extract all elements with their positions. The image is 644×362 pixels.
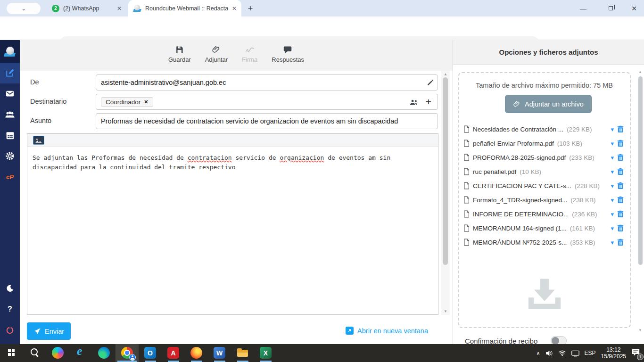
attachment-name[interactable]: peñafiel-Enviar Proforma.pdf (473, 140, 554, 147)
taskbar-app-copilot[interactable] (46, 344, 69, 362)
taskbar-app-word[interactable] (208, 344, 231, 362)
responses-button[interactable]: Respuestas (272, 45, 304, 71)
delete-attachment-icon[interactable] (617, 182, 624, 189)
pdf-file-icon (463, 168, 470, 175)
scroll-down-icon[interactable]: ▼ (636, 328, 644, 332)
taskbar-app-firefox[interactable] (185, 344, 208, 362)
attachment-menu-caret-icon[interactable]: ▾ (611, 225, 614, 232)
attach-file-button[interactable]: Adjuntar un archivo (505, 95, 592, 113)
attachment-menu-caret-icon[interactable]: ▾ (611, 168, 614, 175)
taskbar-app-search[interactable] (23, 344, 46, 362)
window-minimize-button[interactable]: — (572, 0, 594, 16)
compose-scrollbar[interactable]: ▲ ▼ (441, 71, 450, 315)
signature-label: Firma (242, 56, 257, 63)
attachment-name[interactable]: ruc penafiel.pdf (473, 168, 516, 175)
taskbar-app-edge[interactable] (92, 344, 116, 362)
sidebar-item-mail[interactable] (0, 83, 20, 104)
attachment-name[interactable]: CERTIFICACION PAC Y CATE-s... (473, 182, 571, 189)
attachment-name[interactable]: INFORME DE DETERMINACIO... (473, 211, 569, 218)
sidebar-item-contacts[interactable] (0, 104, 20, 125)
add-recipient-button[interactable]: + (421, 94, 436, 110)
attachment-item: ruc penafiel.pdf(10 KB)▾ (463, 165, 624, 179)
sidebar-item-help[interactable]: ? (0, 299, 20, 320)
attachment-name[interactable]: MEMORÁNDUM Nº752-2025-s... (473, 239, 567, 246)
message-body-input[interactable]: Se adjuntan las Proformas de necesidad d… (27, 147, 433, 178)
new-tab-button[interactable]: + (244, 2, 256, 15)
attachment-name[interactable]: PROFORMA 28-2025-signed.pdf (473, 154, 566, 161)
address-book-button[interactable] (406, 94, 421, 110)
attachment-name[interactable]: MEMORANDUM 164-signed (1... (473, 225, 567, 232)
delete-attachment-icon[interactable] (617, 210, 624, 218)
delete-attachment-icon[interactable] (617, 168, 624, 175)
insert-image-button[interactable] (33, 136, 44, 145)
image-icon (35, 138, 42, 143)
attachment-menu-caret-icon[interactable]: ▾ (611, 140, 614, 147)
scroll-up-icon[interactable]: ▲ (441, 72, 450, 76)
delete-attachment-icon[interactable] (617, 224, 624, 232)
sidebar-item-calendar[interactable] (0, 125, 20, 146)
save-button[interactable]: Guardar (168, 45, 191, 71)
delete-attachment-icon[interactable] (617, 239, 624, 246)
close-tab-icon[interactable]: ✕ (117, 5, 122, 12)
delete-attachment-icon[interactable] (617, 154, 624, 161)
edit-identity-button[interactable] (423, 74, 438, 90)
delete-attachment-icon[interactable] (617, 140, 624, 147)
attachment-menu-caret-icon[interactable]: ▾ (611, 154, 614, 161)
scrollbar-thumb[interactable] (638, 76, 643, 265)
volume-icon[interactable] (545, 350, 553, 357)
scroll-up-icon[interactable]: ▲ (636, 70, 644, 74)
tray-expand-icon[interactable]: ∧ (537, 350, 540, 356)
taskbar-app-outlook[interactable] (139, 344, 162, 362)
window-restore-button[interactable] (600, 0, 621, 16)
language-indicator[interactable]: ESP (585, 350, 596, 356)
taskbar-app-acrobat[interactable] (162, 344, 185, 362)
taskbar-app-iexplorer[interactable] (69, 344, 92, 362)
sidebar-item-logout[interactable] (0, 320, 20, 340)
scroll-down-icon[interactable]: ▼ (441, 309, 450, 313)
recipient-pill[interactable]: Coordinador ✕ (101, 97, 153, 107)
attachment-name[interactable]: Formato_4_TDR-signed-signed... (473, 197, 567, 204)
acrobat-icon (167, 347, 179, 359)
attachment-size: (103 KB) (557, 140, 582, 147)
tab-whatsapp[interactable]: 2 (2) WhatsApp ✕ (47, 0, 126, 16)
taskbar-app-explorer[interactable] (231, 344, 254, 362)
wifi-icon[interactable] (558, 350, 566, 356)
taskbar-app-excel[interactable] (254, 344, 277, 362)
signature-button[interactable]: Firma (242, 45, 257, 71)
clock[interactable]: 13:12 15/9/2025 (601, 346, 626, 360)
sidebar-item-settings[interactable] (0, 146, 20, 166)
max-size-note: Tamaño de archivo máximo permitido: 75 M… (453, 82, 636, 89)
delete-attachment-icon[interactable] (617, 196, 624, 204)
delete-attachment-icon[interactable] (617, 125, 624, 133)
attach-button[interactable]: Adjuntar (205, 45, 228, 71)
window-close-button[interactable]: ✕ (623, 0, 644, 16)
subject-input[interactable]: Proformas de necesidad de contratacion s… (96, 113, 438, 129)
connect-display-icon[interactable] (571, 350, 579, 357)
save-label: Guardar (168, 56, 191, 63)
tab-roundcube[interactable]: Roundcube Webmail :: Redactar ✕ (128, 0, 241, 16)
attachment-menu-caret-icon[interactable]: ▾ (611, 126, 614, 133)
panel-scrollbar[interactable]: ▲ ▼ (636, 70, 644, 332)
sidebar-item-cpanel[interactable]: cP (0, 166, 20, 187)
send-button[interactable]: Enviar (27, 322, 71, 340)
close-tab-icon[interactable]: ✕ (232, 5, 237, 12)
open-new-window-link[interactable]: Abrir en nueva ventana (346, 327, 428, 335)
tab-search-button[interactable]: ⌄ (7, 3, 41, 14)
attachment-menu-caret-icon[interactable]: ▾ (611, 182, 614, 189)
taskbar-app-start[interactable] (0, 344, 23, 362)
sidebar-item-compose[interactable] (0, 63, 20, 83)
from-input[interactable]: asistente-administrativo@sanjuan.gob.ec (96, 74, 438, 90)
tab-title: (2) WhatsApp (63, 5, 113, 12)
to-input[interactable]: Coordinador ✕ (96, 94, 438, 110)
attachment-name[interactable]: Necesidades de Contratación ... (473, 126, 563, 133)
sidebar-item-dark-mode[interactable] (0, 278, 20, 299)
contacts-icon (5, 110, 15, 119)
taskbar-app-chrome[interactable] (116, 344, 139, 362)
notification-center-button[interactable]: 1 (631, 348, 640, 358)
scrollbar-thumb[interactable] (443, 77, 448, 265)
attachment-menu-caret-icon[interactable]: ▾ (611, 211, 614, 218)
attachment-menu-caret-icon[interactable]: ▾ (611, 239, 614, 246)
remove-recipient-icon[interactable]: ✕ (144, 99, 148, 105)
roundcube-logo[interactable] (0, 40, 20, 63)
attachment-menu-caret-icon[interactable]: ▾ (611, 197, 614, 204)
